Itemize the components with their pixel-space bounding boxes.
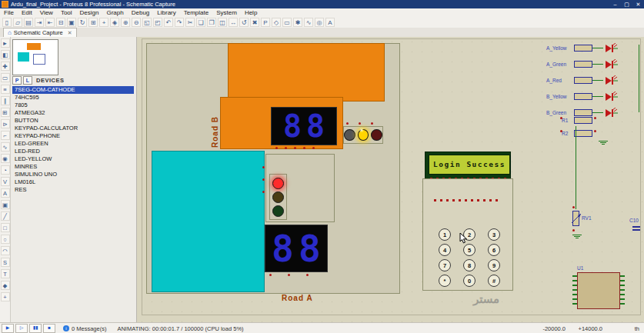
device-item[interactable]: LED-RED [12,148,134,155]
led-channel-row[interactable]: A_Yellow [546,40,642,56]
traffic-light-a[interactable] [269,174,287,220]
mark-area-icon[interactable]: ▣ [67,18,76,27]
symbol-2d-icon[interactable]: ◆ [1,281,10,290]
export-icon[interactable]: ⇤ [45,18,55,27]
device-item[interactable]: 74HC595 [12,94,134,102]
keypad-key[interactable]: 4 [439,244,451,256]
redraw-icon[interactable]: ↻ [78,18,87,27]
pick-parts-icon[interactable]: P [261,18,270,27]
graph-mode-icon[interactable]: ∿ [1,142,10,152]
copy-icon[interactable]: ❏ [196,18,205,27]
capacitor-c10[interactable]: C10 [629,218,644,237]
keypad-key[interactable]: 0 [463,275,475,287]
new-project-icon[interactable]: ▯ [2,18,12,27]
potentiometer-rv1[interactable]: RV1 [571,208,597,231]
menu-item[interactable]: Edit [18,9,36,16]
led-channel-row[interactable]: A_Green [546,56,642,72]
menu-item[interactable]: Help [241,9,261,16]
cut-icon[interactable]: ✂ [185,18,195,27]
minimize-icon[interactable]: – [609,2,621,8]
arc-2d-icon[interactable]: ◠ [1,246,10,255]
stop-button[interactable]: ■ [43,324,55,333]
device-item[interactable]: LM016L [12,178,134,186]
menu-item[interactable]: Design [76,9,103,16]
menu-item[interactable]: File [0,9,18,16]
undo-icon[interactable]: ↶ [164,18,173,27]
box-2d-icon[interactable]: □ [1,223,10,232]
lcd-module[interactable]: Login Success [425,152,511,182]
keypad-key[interactable]: 3 [488,228,500,241]
road-a-block[interactable] [152,151,265,292]
close-icon[interactable]: ✕ [632,2,644,8]
packaging-tool-icon[interactable]: ▭ [282,18,292,27]
component-mode-icon[interactable]: ◧ [1,50,10,59]
print-icon[interactable]: ⊟ [56,18,65,27]
play-button[interactable]: ▶ [2,324,14,333]
device-item[interactable]: 7SEG-COM-CATHODE [12,86,134,94]
menu-item[interactable]: Graph [102,9,127,16]
ic-u1[interactable] [577,272,620,309]
menu-item[interactable]: View [36,9,57,16]
block-copy-icon[interactable]: ◫ [218,18,227,27]
menu-item[interactable]: Library [153,9,179,16]
pan-icon[interactable]: ◈ [110,18,119,27]
seven-segment-display-b[interactable]: 88 [271,107,337,145]
keypad-key[interactable]: 1 [439,228,451,241]
search-tag-icon[interactable]: ◎ [315,18,324,27]
redo-icon[interactable]: ↷ [175,18,184,27]
circle-2d-icon[interactable]: ○ [1,235,10,244]
menu-item[interactable]: Debug [128,9,154,16]
device-item[interactable]: RES [12,186,134,194]
line-2d-icon[interactable]: ╱ [1,211,10,221]
keypad-key[interactable]: # [488,275,500,287]
device-item[interactable]: 7805 [12,102,134,109]
device-item[interactable]: MINRES [12,163,134,171]
menu-item[interactable]: Template [180,9,212,16]
text-2d-icon[interactable]: T [1,269,10,278]
keypad-key[interactable]: * [439,275,451,287]
device-item[interactable]: LED-GREEN [12,140,134,148]
keypad-key[interactable]: 5 [463,244,475,256]
paste-icon[interactable]: ❐ [207,18,216,27]
block-delete-icon[interactable]: ✖ [250,18,259,27]
resistor-row[interactable]: R1 [562,114,592,127]
marker-2d-icon[interactable]: + [1,292,10,301]
block-rotate-icon[interactable]: ↺ [239,18,249,27]
tape-recorder-icon[interactable]: ◉ [1,154,10,163]
device-pin-icon[interactable]: ⌐ [1,131,10,140]
zoom-out-icon[interactable]: ⊖ [132,18,141,27]
text-script-icon[interactable]: ≡ [1,85,10,94]
menu-item[interactable]: Tool [57,9,76,16]
library-manager-button[interactable]: L [23,76,32,85]
bus-mode-icon[interactable]: ∥ [1,96,10,105]
tab-close-icon[interactable]: ✕ [68,30,72,36]
zoom-area-icon[interactable]: ◰ [153,18,162,27]
zoom-extents-icon[interactable]: ◱ [142,18,152,27]
terminal-mode-icon[interactable]: ⊳ [1,119,10,128]
message-count[interactable]: 0 Message(s) [72,325,106,332]
device-item[interactable]: KEYPAD-CALCULATOR [12,125,134,132]
generator-mode-icon[interactable]: ◔ [1,165,10,175]
device-item[interactable]: BUTTON [12,117,134,125]
keypad-key[interactable]: 8 [463,259,475,271]
pause-button[interactable]: ▮▮ [29,324,42,333]
message-indicator-icon[interactable]: i [63,325,69,331]
device-item[interactable]: KEYPAD-PHONE [12,132,134,140]
wire-label-icon[interactable]: ▭ [1,73,10,82]
path-2d-icon[interactable]: S [1,258,10,267]
keypad-key[interactable]: 7 [439,259,451,271]
wire-autorouter-icon[interactable]: ∿ [304,18,313,27]
block-move-icon[interactable]: ↔ [229,18,238,27]
zoom-in-icon[interactable]: ⊕ [121,18,130,27]
pick-devices-button[interactable]: P [12,76,22,85]
current-probe-icon[interactable]: A [1,188,10,198]
overview-window[interactable] [12,39,58,75]
led-channel-row[interactable]: A_Red [546,72,642,88]
voltage-probe-icon[interactable]: V [1,177,10,186]
junction-dot-icon[interactable]: ✚ [1,62,10,71]
schematic-canvas[interactable]: Road B Road A 88 88 ✳ Login Succ [137,37,644,322]
property-assignment-icon[interactable]: A [325,18,335,27]
menu-item[interactable]: System [212,9,241,16]
make-device-icon[interactable]: ◇ [272,18,281,27]
origin-icon[interactable]: + [99,18,108,27]
